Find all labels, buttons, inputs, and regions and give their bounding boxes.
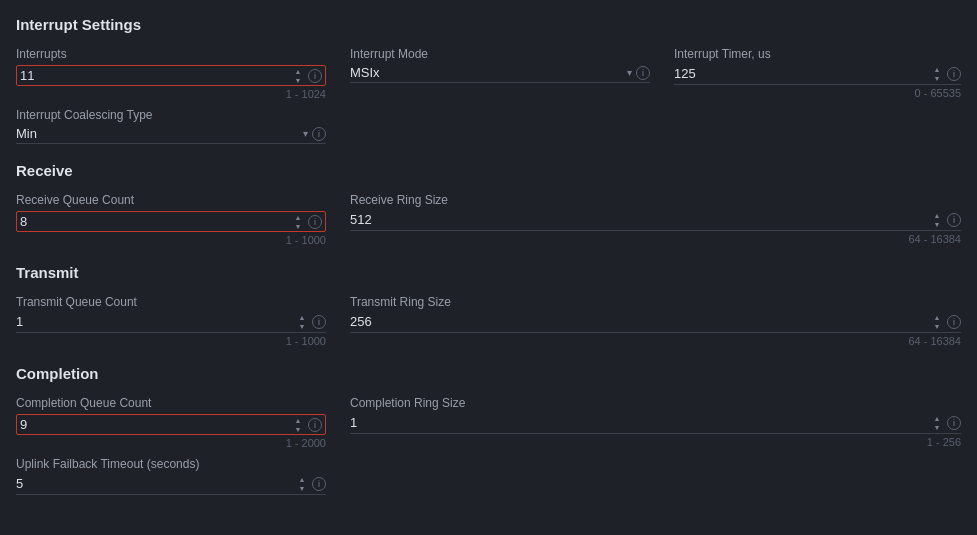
interrupts-field-group: Interrupts 11 ▲ ▼ i 1 - 1024 [16, 47, 326, 100]
interrupt-mode-value: MSIx [350, 65, 623, 80]
interrupt-timer-info-icon[interactable]: i [947, 67, 961, 81]
receive-queue-count-group: Receive Queue Count 8 ▲ ▼ i 1 - 1000 [16, 193, 326, 246]
interrupt-timer-range: 0 - 65535 [674, 87, 961, 99]
uplink-failback-group: Uplink Failback Timeout (seconds) 5 ▲ ▼ … [16, 457, 326, 495]
transmit-ring-size-info-icon[interactable]: i [947, 315, 961, 329]
transmit-queue-count-spin-down[interactable]: ▼ [296, 322, 308, 330]
receive-ring-size-spin[interactable]: ▲ ▼ [931, 211, 943, 228]
receive-ring-size-spin-up[interactable]: ▲ [931, 211, 943, 219]
completion-title: Completion [16, 365, 961, 382]
transmit-ring-size-spin-up[interactable]: ▲ [931, 313, 943, 321]
completion-ring-size-spin[interactable]: ▲ ▼ [931, 414, 943, 431]
transmit-queue-count-input-row: 1 ▲ ▼ i [16, 313, 326, 333]
transmit-section: Transmit Transmit Queue Count 1 ▲ ▼ i 1 … [16, 264, 961, 347]
completion-ring-size-value: 1 [350, 415, 927, 430]
interrupts-spin-down[interactable]: ▼ [292, 76, 304, 84]
interrupt-mode-field-group: Interrupt Mode MSIx ▾ i [350, 47, 650, 83]
interrupts-spin[interactable]: ▲ ▼ [292, 67, 304, 84]
receive-queue-count-input-row: 8 ▲ ▼ i [16, 211, 326, 232]
interrupt-mode-label: Interrupt Mode [350, 47, 650, 61]
interrupt-timer-input-row: 125 ▲ ▼ i [674, 65, 961, 85]
receive-row-1: Receive Queue Count 8 ▲ ▼ i 1 - 1000 Rec… [16, 193, 961, 246]
transmit-queue-count-info-icon[interactable]: i [312, 315, 326, 329]
completion-queue-count-value: 9 [20, 417, 288, 432]
uplink-failback-input-row: 5 ▲ ▼ i [16, 475, 326, 495]
completion-ring-size-range: 1 - 256 [350, 436, 961, 448]
interrupt-row-2: Interrupt Coalescing Type Min ▾ i [16, 108, 961, 144]
receive-queue-count-label: Receive Queue Count [16, 193, 326, 207]
transmit-queue-count-spin-up[interactable]: ▲ [296, 313, 308, 321]
interrupt-row-1: Interrupts 11 ▲ ▼ i 1 - 1024 Interrupt M… [16, 47, 961, 100]
interrupt-mode-info-icon[interactable]: i [636, 66, 650, 80]
uplink-failback-spin[interactable]: ▲ ▼ [296, 475, 308, 492]
interrupt-settings-title: Interrupt Settings [16, 16, 961, 33]
interrupt-timer-spin[interactable]: ▲ ▼ [931, 65, 943, 82]
completion-queue-count-group: Completion Queue Count 9 ▲ ▼ i 1 - 2000 [16, 396, 326, 449]
receive-ring-size-label: Receive Ring Size [350, 193, 961, 207]
receive-queue-count-spin-up[interactable]: ▲ [292, 213, 304, 221]
completion-queue-count-label: Completion Queue Count [16, 396, 326, 410]
completion-queue-count-input-row: 9 ▲ ▼ i [16, 414, 326, 435]
receive-title: Receive [16, 162, 961, 179]
completion-queue-count-spin-down[interactable]: ▼ [292, 425, 304, 433]
receive-queue-count-value: 8 [20, 214, 288, 229]
transmit-queue-count-range: 1 - 1000 [16, 335, 326, 347]
uplink-failback-spin-down[interactable]: ▼ [296, 484, 308, 492]
completion-row-2: Uplink Failback Timeout (seconds) 5 ▲ ▼ … [16, 457, 961, 495]
interrupt-settings-section: Interrupt Settings Interrupts 11 ▲ ▼ i 1… [16, 16, 961, 144]
completion-queue-count-spin[interactable]: ▲ ▼ [292, 416, 304, 433]
completion-ring-size-spin-up[interactable]: ▲ [931, 414, 943, 422]
completion-queue-count-info-icon[interactable]: i [308, 418, 322, 432]
transmit-ring-size-spin-down[interactable]: ▼ [931, 322, 943, 330]
transmit-queue-count-value: 1 [16, 314, 292, 329]
transmit-ring-size-spin[interactable]: ▲ ▼ [931, 313, 943, 330]
completion-queue-count-range: 1 - 2000 [16, 437, 326, 449]
interrupt-mode-select-row[interactable]: MSIx ▾ i [350, 65, 650, 83]
interrupt-timer-label: Interrupt Timer, us [674, 47, 961, 61]
interrupts-label: Interrupts [16, 47, 326, 61]
receive-ring-size-group: Receive Ring Size 512 ▲ ▼ i 64 - 16384 [350, 193, 961, 245]
uplink-failback-label: Uplink Failback Timeout (seconds) [16, 457, 326, 471]
receive-queue-count-spin[interactable]: ▲ ▼ [292, 213, 304, 230]
transmit-ring-size-value: 256 [350, 314, 927, 329]
transmit-ring-size-group: Transmit Ring Size 256 ▲ ▼ i 64 - 16384 [350, 295, 961, 347]
uplink-failback-spin-up[interactable]: ▲ [296, 475, 308, 483]
coalescing-type-value: Min [16, 126, 299, 141]
receive-ring-size-range: 64 - 16384 [350, 233, 961, 245]
interrupt-timer-spin-up[interactable]: ▲ [931, 65, 943, 73]
receive-queue-count-range: 1 - 1000 [16, 234, 326, 246]
receive-queue-count-spin-down[interactable]: ▼ [292, 222, 304, 230]
completion-ring-size-info-icon[interactable]: i [947, 416, 961, 430]
completion-ring-size-spin-down[interactable]: ▼ [931, 423, 943, 431]
transmit-queue-count-spin[interactable]: ▲ ▼ [296, 313, 308, 330]
completion-row-1: Completion Queue Count 9 ▲ ▼ i 1 - 2000 … [16, 396, 961, 449]
receive-section: Receive Receive Queue Count 8 ▲ ▼ i 1 - … [16, 162, 961, 246]
interrupts-value: 11 [20, 68, 288, 83]
coalescing-type-chevron-icon: ▾ [303, 128, 308, 139]
uplink-failback-value: 5 [16, 476, 292, 491]
receive-ring-size-info-icon[interactable]: i [947, 213, 961, 227]
interrupts-spin-up[interactable]: ▲ [292, 67, 304, 75]
receive-ring-size-spin-down[interactable]: ▼ [931, 220, 943, 228]
transmit-ring-size-label: Transmit Ring Size [350, 295, 961, 309]
transmit-ring-size-range: 64 - 16384 [350, 335, 961, 347]
interrupts-info-icon[interactable]: i [308, 69, 322, 83]
interrupts-range: 1 - 1024 [16, 88, 326, 100]
transmit-row-1: Transmit Queue Count 1 ▲ ▼ i 1 - 1000 Tr… [16, 295, 961, 347]
transmit-ring-size-input-row: 256 ▲ ▼ i [350, 313, 961, 333]
coalescing-type-select-row[interactable]: Min ▾ i [16, 126, 326, 144]
transmit-queue-count-group: Transmit Queue Count 1 ▲ ▼ i 1 - 1000 [16, 295, 326, 347]
transmit-title: Transmit [16, 264, 961, 281]
completion-ring-size-input-row: 1 ▲ ▼ i [350, 414, 961, 434]
interrupt-timer-value: 125 [674, 66, 927, 81]
interrupts-input-row: 11 ▲ ▼ i [16, 65, 326, 86]
uplink-failback-info-icon[interactable]: i [312, 477, 326, 491]
interrupt-mode-chevron-icon: ▾ [627, 67, 632, 78]
coalescing-type-label: Interrupt Coalescing Type [16, 108, 326, 122]
coalescing-type-info-icon[interactable]: i [312, 127, 326, 141]
completion-ring-size-label: Completion Ring Size [350, 396, 961, 410]
completion-ring-size-group: Completion Ring Size 1 ▲ ▼ i 1 - 256 [350, 396, 961, 448]
receive-queue-count-info-icon[interactable]: i [308, 215, 322, 229]
interrupt-timer-spin-down[interactable]: ▼ [931, 74, 943, 82]
completion-queue-count-spin-up[interactable]: ▲ [292, 416, 304, 424]
